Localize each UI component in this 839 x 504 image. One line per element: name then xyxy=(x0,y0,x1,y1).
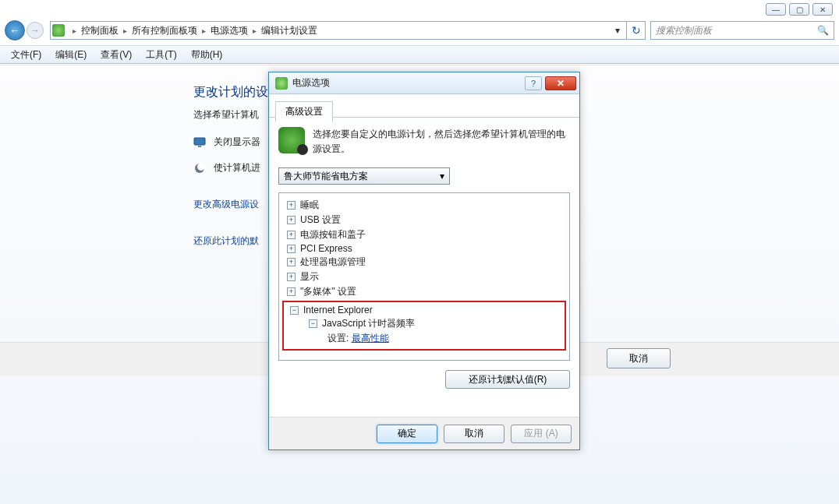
window-controls: — ▢ ✕ xyxy=(766,3,833,16)
tab-advanced[interactable]: 高级设置 xyxy=(275,101,333,122)
menu-view[interactable]: 查看(V) xyxy=(101,48,132,62)
forward-button[interactable]: → xyxy=(27,22,44,39)
control-panel-icon xyxy=(52,24,65,37)
crumb-l3[interactable]: 电源选项 xyxy=(211,24,248,37)
power-icon xyxy=(275,77,288,90)
menu-bar: 文件(F) 编辑(E) 查看(V) 工具(T) 帮助(H) xyxy=(0,45,839,64)
expand-icon[interactable]: + xyxy=(287,231,296,239)
svg-rect-0 xyxy=(194,138,205,145)
expand-icon[interactable]: + xyxy=(287,245,296,253)
breadcrumb[interactable]: ▸ 控制面板 ▸ 所有控制面板项 ▸ 电源选项 ▸ 编辑计划设置 ▾ xyxy=(50,21,627,40)
crumb-l2[interactable]: 所有控制面板项 xyxy=(132,24,197,37)
address-bar: ← → ▸ 控制面板 ▸ 所有控制面板项 ▸ 电源选项 ▸ 编辑计划设置 ▾ ↻… xyxy=(5,19,834,42)
power-options-dialog: 电源选项 ? ✕ 高级设置 选择您要自定义的电源计划，然后选择您希望计算机管理的… xyxy=(268,72,580,450)
cancel-button[interactable]: 取消 xyxy=(607,348,671,368)
chevron-right-icon: ▸ xyxy=(197,26,211,35)
crumb-l4[interactable]: 编辑计划设置 xyxy=(261,24,317,37)
chevron-right-icon: ▸ xyxy=(248,26,261,35)
svg-rect-1 xyxy=(198,146,201,147)
close-button[interactable]: ✕ xyxy=(812,3,833,16)
maximize-button[interactable]: ▢ xyxy=(789,3,809,16)
expand-icon[interactable]: + xyxy=(287,258,296,266)
breadcrumb-dropdown-icon[interactable]: ▾ xyxy=(611,25,625,36)
dialog-titlebar: 电源选项 ? ✕ xyxy=(269,72,579,94)
chevron-right-icon: ▸ xyxy=(119,26,132,35)
tree-node-sleep[interactable]: +睡眠 xyxy=(282,198,566,213)
battery-plug-icon xyxy=(278,127,305,153)
tab-content: 选择您要自定义的电源计划，然后选择您希望计算机管理的电源设置。 鲁大师节能省电方… xyxy=(269,118,579,395)
chevron-down-icon: ▾ xyxy=(440,171,444,182)
dialog-body: 高级设置 选择您要自定义的电源计划，然后选择您希望计算机管理的电源设置。 鲁大师… xyxy=(269,94,579,449)
crumb-root[interactable]: 控制面板 xyxy=(81,24,119,37)
tree-node-usb[interactable]: +USB 设置 xyxy=(282,213,566,227)
label-sleep: 使计算机进 xyxy=(214,161,260,174)
collapse-icon[interactable]: − xyxy=(290,306,299,315)
dialog-title: 电源选项 xyxy=(292,76,525,90)
menu-file[interactable]: 文件(F) xyxy=(11,48,41,62)
tree-node-cpu[interactable]: +处理器电源管理 xyxy=(282,255,566,270)
tree-node-js-timer[interactable]: −JavaScript 计时器频率 xyxy=(285,316,563,331)
back-button[interactable]: ← xyxy=(5,20,25,41)
search-icon[interactable]: 🔍 xyxy=(817,25,829,36)
expand-icon[interactable]: + xyxy=(287,216,296,224)
minimize-button[interactable]: — xyxy=(766,3,786,16)
info-text: 选择您要自定义的电源计划，然后选择您希望计算机管理的电源设置。 xyxy=(313,127,570,157)
plan-selected: 鲁大师节能省电方案 xyxy=(284,170,368,183)
cancel-button[interactable]: 取消 xyxy=(444,425,504,443)
dialog-help-button[interactable]: ? xyxy=(525,76,542,90)
settings-tree[interactable]: +睡眠 +USB 设置 +电源按钮和盖子 +PCI Express +处理器电源… xyxy=(278,192,570,361)
search-input[interactable]: 搜索控制面板 🔍 xyxy=(650,21,834,40)
tab-row: 高级设置 xyxy=(269,94,579,118)
expand-icon[interactable]: + xyxy=(287,273,296,281)
menu-tools[interactable]: 工具(T) xyxy=(146,48,176,62)
tree-node-media[interactable]: +"多媒体" 设置 xyxy=(282,284,566,299)
setting-label: 设置: xyxy=(327,332,349,345)
svg-point-3 xyxy=(197,163,205,171)
refresh-button[interactable]: ↻ xyxy=(627,21,646,40)
menu-edit[interactable]: 编辑(E) xyxy=(55,48,87,62)
tree-node-button-lid[interactable]: +电源按钮和盖子 xyxy=(282,227,566,242)
ok-button[interactable]: 确定 xyxy=(377,425,437,443)
menu-help[interactable]: 帮助(H) xyxy=(191,48,223,62)
dialog-close-button[interactable]: ✕ xyxy=(545,76,576,90)
chevron-right-icon: ▸ xyxy=(68,26,81,35)
tree-node-ie[interactable]: −Internet Explorer xyxy=(285,304,563,316)
tree-node-pci[interactable]: +PCI Express xyxy=(282,242,566,255)
search-placeholder: 搜索控制面板 xyxy=(656,24,712,37)
moon-icon xyxy=(193,162,206,174)
highlight-annotation: −Internet Explorer −JavaScript 计时器频率 设置:… xyxy=(282,301,566,351)
power-plan-dropdown[interactable]: 鲁大师节能省电方案 ▾ xyxy=(278,167,450,185)
restore-defaults-button[interactable]: 还原计划默认值(R) xyxy=(445,370,570,389)
tree-node-display[interactable]: +显示 xyxy=(282,270,566,284)
setting-value-link[interactable]: 最高性能 xyxy=(352,332,389,345)
dialog-button-bar: 确定 取消 应用 (A) xyxy=(269,417,579,449)
collapse-icon[interactable]: − xyxy=(309,319,317,328)
tree-node-setting[interactable]: 设置: 最高性能 xyxy=(285,331,563,346)
monitor-icon xyxy=(193,136,206,149)
expand-icon[interactable]: + xyxy=(287,201,296,210)
apply-button[interactable]: 应用 (A) xyxy=(511,425,572,443)
expand-icon[interactable]: + xyxy=(287,287,296,296)
label-turn-off-display: 关闭显示器 xyxy=(214,136,260,149)
